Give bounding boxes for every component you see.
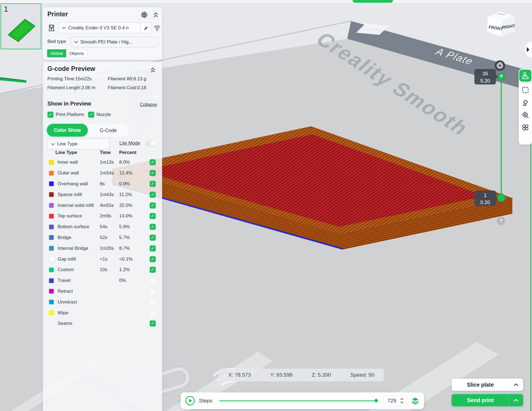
lamp-button[interactable] [521,98,530,107]
line-type-rows: Inner wall 1m13s 8.0% Outer wall 1m54s 1… [43,157,162,329]
status-y: Y: 93.598 [270,372,292,378]
edit-printer-button[interactable] [140,23,152,33]
gcode-mode-button[interactable]: G-Code [88,124,129,137]
line-visibility-checkbox[interactable] [150,192,156,198]
collapse-link[interactable]: Collapse [140,102,157,107]
printer-panel-collapse-button[interactable] [153,12,159,19]
view-cube[interactable]: FRONT RIGHT [487,12,515,37]
assist-button[interactable] [521,111,530,119]
printer-panel-title: Printer [47,11,68,18]
line-visibility-checkbox[interactable] [150,245,156,251]
tab-global[interactable]: Global [47,49,66,57]
apps-button[interactable] [521,123,530,132]
line-time: 2m9s [100,213,119,219]
print-platform-label: Print Platform [56,112,84,117]
gcode-panel-collapse-button[interactable] [150,67,156,75]
line-time: 1m43s [100,192,119,197]
slice-plate-button[interactable]: Slice plate [452,379,523,391]
line-visibility-checkbox[interactable] [150,288,156,294]
gcode-preview-panel: G-code Preview Printing Time:15m22s Fila… [43,62,162,411]
line-visibility-checkbox[interactable] [150,224,156,230]
print-stats: Printing Time:15m22s Filament Wt:6.13 g … [47,76,146,90]
line-color-swatch [49,257,54,261]
send-options-button[interactable] [509,399,523,402]
line-color-swatch [49,268,54,272]
gcode-panel-title: G-code Preview [47,65,95,73]
scope-tabs: Global Objects [47,49,88,57]
lite-mode-label[interactable]: Lite Mode [119,140,140,146]
nozzle-checkbox[interactable] [88,112,94,118]
line-color-swatch [49,278,54,283]
line-percent: 8.7% [119,246,150,251]
steps-slider[interactable] [219,400,377,401]
line-type-select[interactable]: Line Type [47,139,109,149]
line-visibility-checkbox[interactable] [150,235,156,241]
line-visibility-checkbox[interactable] [150,170,156,176]
line-type-row: Overhang wall 8s 0.9% [43,179,162,189]
plate-settings-button[interactable] [521,86,530,94]
line-time: 1m54s [100,170,119,176]
slice-options-button[interactable] [509,383,523,386]
plate-number: 1 [4,5,8,14]
printer-settings-button[interactable] [140,11,148,20]
line-visibility-checkbox[interactable] [150,320,156,327]
line-color-swatch [49,203,54,208]
line-color-swatch [49,235,54,240]
line-percent: 1.2% [119,267,150,273]
nozzle-label: Nozzle [96,112,111,117]
steps-spinner[interactable] [400,398,404,404]
chevron-down-icon [51,143,55,145]
printer-panel: Printer Crealit [43,7,162,60]
play-button[interactable] [185,396,195,406]
top-layer-number: 26 [474,70,496,77]
steps-slider-handle[interactable] [374,398,378,403]
line-type-row: Wipe [43,307,162,318]
line-color-swatch [49,300,54,304]
line-time: 8s [100,181,119,187]
line-type-row: Outer wall 1m54s 12.4% [43,168,162,179]
bed-type-select[interactable]: Smooth PEI Plate / Hig... [71,37,158,47]
steps-input[interactable] [384,397,400,404]
printer-select[interactable]: Creality Ender-3 V3 SE 0.4 n [58,22,152,33]
layer-slider-track[interactable] [501,77,502,198]
layer-slider-bottom-handle[interactable] [497,194,505,202]
top-layer-height: 5.20 [474,77,496,84]
plate-thumbnail[interactable]: 1 [1,3,41,49]
stat-filament-cost: Filament Cost:0.18 [108,85,146,90]
line-visibility-checkbox[interactable] [150,278,156,284]
line-type-row: Gap infill <1s <0.1% [43,254,162,264]
layer-slider-top-handle[interactable] [498,73,505,80]
stat-filament-length: Filament Length:2.06 m [47,85,108,90]
stat-printing-time: Printing Time:15m22s [47,76,108,81]
line-visibility-checkbox[interactable] [150,181,156,187]
line-visibility-checkbox[interactable] [150,256,156,262]
line-visibility-checkbox[interactable] [150,267,156,273]
line-type-row: Internal Bridge 1m20s 8.7% [43,243,162,254]
layers-mode-button[interactable] [411,397,419,405]
line-type-label: Sparse infill [58,192,100,197]
line-visibility-checkbox[interactable] [150,202,156,209]
line-visibility-checkbox[interactable] [150,159,156,165]
top-toolbar-button-fragment[interactable] [353,0,393,3]
slice-plate-label: Slice plate [452,382,509,388]
printer-wifi-button[interactable] [153,24,161,32]
line-time: 52s [100,235,119,240]
color-show-button[interactable]: Color Show [47,124,88,137]
status-x: X: 78.573 [228,372,251,378]
line-visibility-checkbox[interactable] [150,299,156,305]
line-visibility-checkbox[interactable] [150,310,156,316]
send-print-button[interactable]: Send print [452,394,523,406]
help-button[interactable]: ? [497,217,505,225]
preview-panel-button[interactable] [519,70,531,82]
lite-mode-switch[interactable] [145,141,155,147]
line-visibility-checkbox[interactable] [150,213,156,219]
line-type-label: Internal Bridge [58,246,100,251]
lamp-icon [521,99,529,106]
tab-objects[interactable]: Objects [66,49,88,57]
spinner-down-icon [400,401,404,404]
line-type-label: Inner wall [58,160,100,165]
print-platform-checkbox[interactable] [47,112,53,118]
bed-type-label: Bed type [47,39,66,44]
status-speed: Speed: 50 [350,372,374,378]
line-color-swatch [49,192,54,197]
